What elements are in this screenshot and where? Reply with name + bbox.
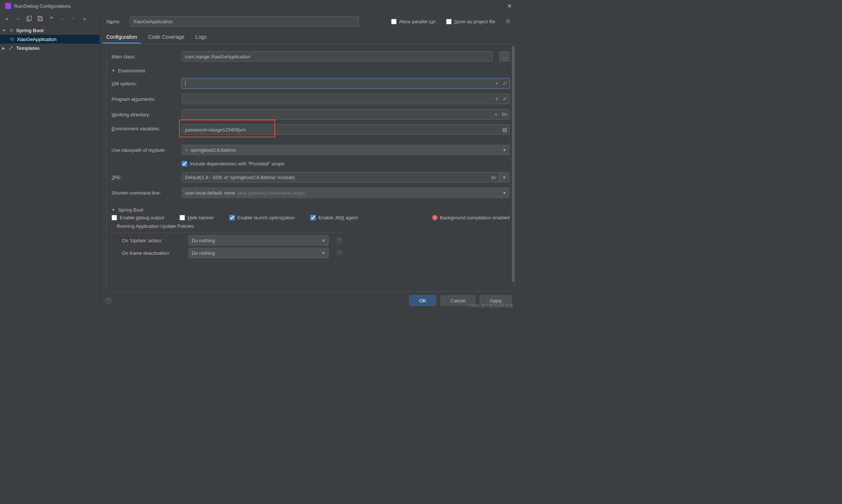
save-button[interactable]	[35, 13, 46, 24]
shorten-row: Shorten command line: user-local default…	[112, 185, 510, 200]
on-update-select[interactable]: Do nothing▼	[188, 235, 329, 246]
dialog-footer: ? OK Cancel Apply	[100, 292, 517, 309]
shorten-value: user-local default: none	[185, 190, 235, 196]
enable-debug-checkbox[interactable]: Enable debug output	[112, 215, 164, 220]
working-dir-input[interactable]: ＋🗁	[182, 109, 510, 120]
svg-rect-3	[39, 19, 42, 21]
include-provided-checkbox[interactable]: Include dependencies with "Provided" sco…	[182, 161, 284, 167]
add-button[interactable]: +	[1, 13, 13, 24]
expand-icon[interactable]: ⤢	[503, 96, 507, 102]
edit-button[interactable]	[46, 13, 57, 24]
gear-icon[interactable]: ⚙	[506, 18, 510, 25]
name-label: Name:	[106, 19, 125, 24]
classpath-row: Use classpath of module: ▪▪ springboot2.…	[112, 142, 510, 158]
insert-macro-icon[interactable]: ＋	[493, 111, 499, 118]
spring-boot-section[interactable]: ▼ Spring Boot	[112, 207, 510, 213]
tree-label: Templates	[16, 45, 40, 51]
insert-macro-icon[interactable]: ＋	[494, 80, 499, 87]
tree-label: Spring Boot	[16, 28, 44, 33]
section-label: Environment	[118, 68, 145, 73]
app-logo-icon	[5, 3, 11, 9]
vm-options-input[interactable]: ＋⤢	[182, 78, 510, 89]
on-update-label: On 'Update' action:	[122, 238, 185, 243]
tabs: Configuration Code Coverage Logs	[100, 27, 517, 44]
jre-input[interactable]: Default (1.8 - SDK of 'springboot2.6.6de…	[182, 172, 499, 182]
on-frame-select[interactable]: Do nothing▼	[188, 248, 329, 258]
list-icon[interactable]: ▤	[502, 127, 507, 133]
vm-options-row: VM options: ＋⤢	[112, 76, 510, 91]
svg-rect-1	[28, 16, 31, 20]
shorten-label: Shorten command line:	[112, 190, 178, 196]
help-icon[interactable]: ?	[336, 237, 343, 244]
environment-section[interactable]: ▼ Environment	[112, 68, 510, 73]
sidebar-toolbar: + − ▲ ▼ »	[0, 12, 99, 25]
select-value: Do nothing	[192, 250, 215, 256]
tree-templates[interactable]: ▶ Templates	[0, 44, 99, 52]
main-class-input[interactable]: com.xiaoge.XiaoGeApplication	[182, 51, 493, 62]
program-args-label: Program arguments:	[112, 96, 178, 102]
env-vars-label: Environment variables:	[112, 124, 178, 131]
folder-icon[interactable]: 🗁	[491, 175, 496, 180]
policies-header: Running Application Update Policies	[117, 223, 510, 229]
tree-app-item[interactable]: ⟲ XiaoGeApplication	[0, 35, 99, 44]
tree-spring-boot[interactable]: ▼ ⟲ Spring Boot	[0, 26, 99, 35]
tab-code-coverage[interactable]: Code Coverage	[148, 32, 184, 44]
jre-hint: (1.8 - SDK of 'springboot2.6.6demo' modu…	[200, 175, 295, 180]
panel-wrap: Main class: com.xiaoge.XiaoGeApplication…	[106, 44, 515, 292]
hide-banner-checkbox[interactable]: Hide banner	[179, 215, 214, 220]
allow-parallel-checkbox[interactable]: Allow parallel run	[391, 19, 436, 24]
program-args-row: Program arguments: ＋⤢	[112, 91, 510, 107]
status-text: Background compilation enabled	[440, 215, 510, 220]
tab-logs[interactable]: Logs	[195, 32, 206, 44]
ok-button[interactable]: OK	[409, 295, 436, 306]
chevron-down-icon: ▼	[112, 208, 115, 212]
separator	[112, 233, 344, 233]
remove-button[interactable]: −	[13, 13, 24, 24]
bg-compilation-status: ! Background compilation enabled	[432, 215, 510, 220]
section-label: Spring Boot	[118, 207, 143, 213]
classpath-select[interactable]: ▪▪ springboot2.6.6demo ▼	[182, 145, 510, 155]
move-up-button[interactable]: ▲	[57, 13, 68, 24]
expand-icon[interactable]: ⤢	[503, 80, 507, 87]
config-panel: Main class: com.xiaoge.XiaoGeApplication…	[106, 44, 515, 292]
working-dir-label: Working directory:	[112, 112, 178, 117]
browse-class-button[interactable]: …	[499, 51, 510, 62]
shorten-select[interactable]: user-local default: none - java [options…	[182, 188, 510, 198]
main-class-row: Main class: com.xiaoge.XiaoGeApplication…	[112, 49, 510, 64]
chevron-down-icon: ▼	[322, 251, 325, 255]
env-vars-input[interactable]: password=xiaoge123456jvm ▤	[182, 124, 510, 135]
main-panel: Name: Allow parallel run Store as projec…	[100, 12, 517, 309]
chevron-down-icon: ▼	[112, 69, 115, 73]
move-down-button[interactable]: ▼	[68, 13, 79, 24]
folder-icon[interactable]: 🗁	[502, 111, 507, 118]
scrollbar-thumb[interactable]	[512, 46, 515, 282]
help-button[interactable]: ?	[105, 297, 112, 304]
spring-icon: ⟲	[9, 37, 15, 42]
more-button[interactable]: »	[79, 13, 90, 24]
jre-label: JRE:	[112, 175, 178, 180]
close-icon[interactable]: ✕	[507, 3, 512, 10]
tab-configuration[interactable]: Configuration	[106, 32, 137, 44]
insert-macro-icon[interactable]: ＋	[494, 96, 499, 102]
main-class-value: com.xiaoge.XiaoGeApplication	[185, 54, 250, 59]
enable-launch-opt-checkbox[interactable]: Enable launch optimization	[229, 215, 295, 220]
working-dir-row: Working directory: ＋🗁	[112, 107, 510, 122]
name-input[interactable]	[130, 16, 359, 27]
help-icon[interactable]: ?	[336, 250, 343, 256]
env-vars-row: Environment variables: password=xiaoge12…	[112, 122, 510, 138]
scrollbar[interactable]	[511, 46, 515, 292]
copy-button[interactable]	[24, 13, 35, 24]
spring-icon: ⟲	[8, 28, 14, 33]
env-vars-value: password=xiaoge123456jvm	[185, 127, 246, 133]
chevron-down-icon: ▼	[322, 239, 325, 243]
checkbox-label: Include dependencies with "Provided" sco…	[190, 161, 284, 167]
jre-row: JRE: Default (1.8 - SDK of 'springboot2.…	[112, 169, 510, 185]
jre-dropdown-button[interactable]: ▼	[499, 172, 510, 182]
program-args-input[interactable]: ＋⤢	[182, 94, 510, 104]
on-update-row: On 'Update' action: Do nothing▼ ?	[122, 235, 510, 246]
top-checkbox-group: Allow parallel run Store as project file…	[391, 18, 510, 25]
on-frame-label: On frame deactivation:	[122, 250, 185, 256]
enable-jmx-checkbox[interactable]: Enable JMX agent	[310, 215, 357, 220]
main-class-label: Main class:	[112, 54, 178, 59]
store-project-checkbox[interactable]: Store as project file	[446, 19, 495, 24]
